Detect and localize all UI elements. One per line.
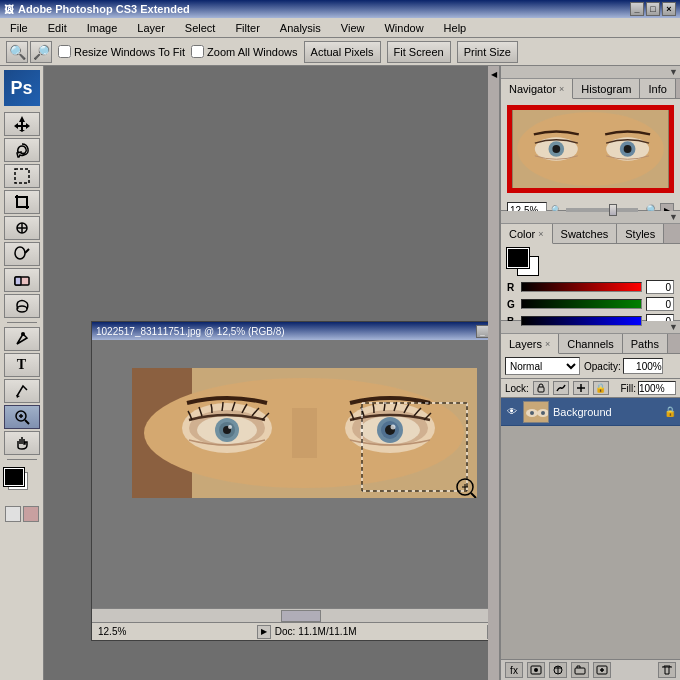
fg-bg-color-selector[interactable] <box>4 468 40 498</box>
fill-input[interactable] <box>638 381 676 395</box>
green-label: G <box>507 299 517 310</box>
blur-tool[interactable] <box>4 294 40 318</box>
fit-screen-button[interactable]: Fit Screen <box>387 41 451 63</box>
main-layout: Ps <box>0 66 680 680</box>
left-toolbar: Ps <box>0 66 44 680</box>
menu-help[interactable]: Help <box>438 20 473 36</box>
tab-info[interactable]: Info <box>640 79 675 98</box>
maximize-button[interactable]: □ <box>646 2 660 16</box>
lock-all-button[interactable]: 🔒 <box>593 381 609 395</box>
fill-row: Fill: <box>620 381 676 395</box>
zoom-slider-thumb <box>609 204 617 216</box>
color-tab-close[interactable]: × <box>538 229 543 239</box>
tab-paths[interactable]: Paths <box>623 334 668 353</box>
lasso-tool[interactable] <box>4 138 40 162</box>
fg-color-box[interactable] <box>507 248 529 268</box>
zoom-in-button[interactable]: 🔎 <box>30 41 52 63</box>
clone-stamp-tool[interactable] <box>4 242 40 266</box>
red-label: R <box>507 282 517 293</box>
color-menu-arrow[interactable]: ▼ <box>669 212 678 222</box>
layers-menu-arrow[interactable]: ▼ <box>669 322 678 332</box>
fill-label: Fill: <box>620 383 636 394</box>
panel-collapse-bar[interactable]: ◀ <box>488 66 500 680</box>
actual-pixels-button[interactable]: Actual Pixels <box>304 41 381 63</box>
standard-mode-button[interactable] <box>5 506 21 522</box>
marquee-tool[interactable] <box>4 164 40 188</box>
adjustment-layer-button[interactable] <box>549 662 567 678</box>
zoom-all-checkbox[interactable] <box>191 45 204 58</box>
menu-window[interactable]: Window <box>378 20 429 36</box>
lock-position-button[interactable] <box>573 381 589 395</box>
svg-point-55 <box>541 411 545 415</box>
zoom-out-button[interactable]: 🔍 <box>6 41 28 63</box>
tab-navigator[interactable]: Navigator × <box>501 79 573 99</box>
crop-tool[interactable] <box>4 190 40 214</box>
menu-view[interactable]: View <box>335 20 371 36</box>
tab-histogram[interactable]: Histogram <box>573 79 640 98</box>
doc-canvas[interactable] <box>92 340 488 622</box>
lock-image-button[interactable] <box>553 381 569 395</box>
fg-bg-color-boxes[interactable] <box>507 248 539 276</box>
pen-tool[interactable] <box>4 327 40 351</box>
lock-transparent-button[interactable] <box>533 381 549 395</box>
type-tool[interactable]: T <box>4 353 40 377</box>
svg-line-6 <box>25 249 29 253</box>
close-button[interactable]: × <box>662 2 676 16</box>
minimize-button[interactable]: _ <box>630 2 644 16</box>
red-slider-row: R <box>507 280 674 294</box>
doc-file-size: Doc: 11.1M/11.1M <box>275 626 357 637</box>
opacity-label: Opacity: <box>584 361 621 372</box>
menu-file[interactable]: File <box>4 20 34 36</box>
menu-edit[interactable]: Edit <box>42 20 73 36</box>
eraser-tool[interactable] <box>4 268 40 292</box>
menu-layer[interactable]: Layer <box>131 20 171 36</box>
path-selection-tool[interactable] <box>4 379 40 403</box>
red-value-input[interactable] <box>646 280 674 294</box>
opacity-input[interactable] <box>623 358 663 374</box>
navigator-tab-close[interactable]: × <box>559 84 564 94</box>
green-slider-track[interactable] <box>521 299 642 309</box>
green-value-input[interactable] <box>646 297 674 311</box>
layer-style-button[interactable]: fx <box>505 662 523 678</box>
layer-mask-button[interactable] <box>527 662 545 678</box>
delete-layer-button[interactable] <box>658 662 676 678</box>
navigator-menu-arrow[interactable]: ▼ <box>669 67 678 77</box>
blue-slider-track[interactable] <box>521 316 642 326</box>
tab-styles[interactable]: Styles <box>617 224 664 243</box>
quick-mask-button[interactable] <box>23 506 39 522</box>
tab-color[interactable]: Color × <box>501 224 553 244</box>
layers-tab-close[interactable]: × <box>545 339 550 349</box>
ps-logo: Ps <box>4 70 40 106</box>
status-menu-button[interactable]: ▶ <box>257 625 271 639</box>
resize-windows-checkbox[interactable] <box>58 45 71 58</box>
red-slider-track[interactable] <box>521 282 642 292</box>
zoom-tool[interactable] <box>4 405 40 429</box>
doc-minimize-button[interactable]: _ <box>476 325 488 338</box>
new-layer-button[interactable] <box>593 662 611 678</box>
menu-filter[interactable]: Filter <box>229 20 265 36</box>
hand-tool[interactable] <box>4 431 40 455</box>
doc-scrollbar-bottom[interactable] <box>92 608 488 622</box>
zoom-all-checkbox-label[interactable]: Zoom All Windows <box>191 45 297 58</box>
color-panel: ▼ Color × Swatches Styles <box>501 211 680 321</box>
layer-background[interactable]: 👁 Background 🔒 <box>501 398 680 426</box>
canvas-area: 1022517_83111751.jpg @ 12,5% (RGB/8) _ □… <box>44 66 488 680</box>
resize-windows-checkbox-label[interactable]: Resize Windows To Fit <box>58 45 185 58</box>
print-size-button[interactable]: Print Size <box>457 41 518 63</box>
tab-layers[interactable]: Layers × <box>501 334 559 354</box>
menu-image[interactable]: Image <box>81 20 124 36</box>
tab-channels[interactable]: Channels <box>559 334 622 353</box>
layer-visibility-eye[interactable]: 👁 <box>505 405 519 419</box>
menu-select[interactable]: Select <box>179 20 222 36</box>
tab-swatches[interactable]: Swatches <box>553 224 618 243</box>
svg-line-13 <box>25 420 29 424</box>
zoom-slider[interactable] <box>566 208 638 212</box>
nav-left-button[interactable]: ◀ <box>487 625 488 639</box>
right-side: ◀ ▼ Navigator × Histogram Info <box>488 66 680 680</box>
new-group-button[interactable] <box>571 662 589 678</box>
move-tool[interactable] <box>4 112 40 136</box>
doc-title-bar: 1022517_83111751.jpg @ 12,5% (RGB/8) _ □… <box>92 322 488 340</box>
healing-tool[interactable] <box>4 216 40 240</box>
menu-analysis[interactable]: Analysis <box>274 20 327 36</box>
blend-mode-select[interactable]: Normal <box>505 357 580 375</box>
